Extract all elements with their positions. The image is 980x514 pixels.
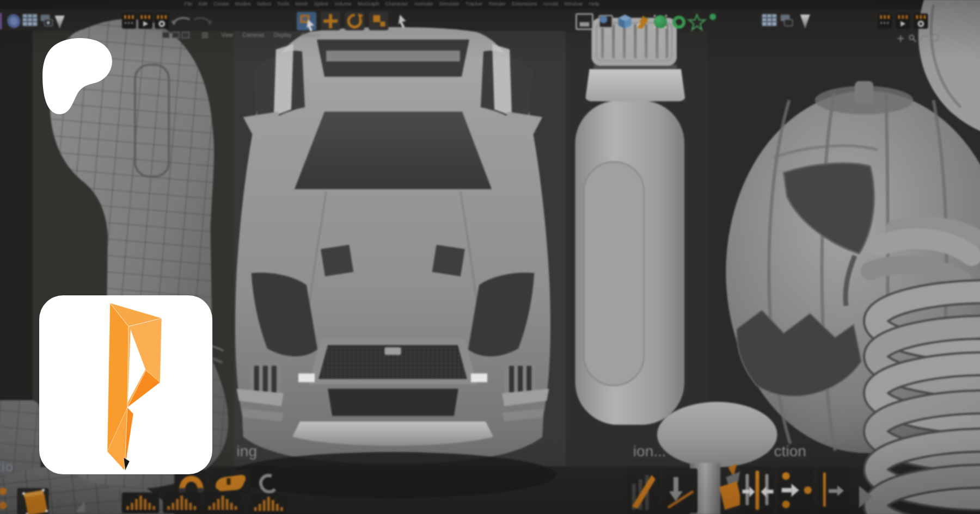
- menu-item[interactable]: Character: [385, 1, 408, 7]
- move-gap-icon[interactable]: [779, 467, 813, 514]
- caption-left-fragment: tio: [0, 459, 14, 475]
- menu-item[interactable]: Edit: [199, 1, 207, 7]
- rotate-tool-button[interactable]: [345, 12, 364, 30]
- viewport-nav-icon[interactable]: [172, 32, 179, 38]
- menu-item[interactable]: Tools: [277, 1, 289, 7]
- timeline-render-button[interactable]: [155, 14, 169, 29]
- layout-grid-icon-2[interactable]: [762, 14, 776, 26]
- align-arrows-icon[interactable]: [740, 467, 774, 514]
- menu-item[interactable]: Tracker: [465, 1, 483, 7]
- subdivision-sphere-button[interactable]: [654, 15, 667, 28]
- timeline-play-button-2[interactable]: [896, 14, 910, 29]
- menu-item[interactable]: Volume: [334, 1, 352, 7]
- viewport-menu-item[interactable]: Options: [301, 32, 320, 38]
- patreon-logo: [39, 36, 115, 116]
- selection-tool-button[interactable]: [297, 12, 316, 32]
- scale-tool-button[interactable]: [369, 12, 388, 30]
- layout-grid-icon[interactable]: [22, 14, 37, 26]
- viewport-nav-icon[interactable]: [162, 32, 169, 38]
- move-tool-button[interactable]: [321, 12, 340, 30]
- caption-car-fragment: ing: [237, 443, 257, 460]
- menu-item[interactable]: Modes: [235, 1, 251, 7]
- viewport-menu-item[interactable]: Display: [274, 32, 292, 38]
- viewport-nav-icon[interactable]: [182, 32, 189, 38]
- falloff-ramp-icon[interactable]: [122, 492, 159, 513]
- menu-item[interactable]: File: [935, 1, 944, 7]
- timeline-dots-button-2[interactable]: [878, 14, 892, 29]
- timeline-render-button-2[interactable]: [914, 14, 928, 29]
- menu-item[interactable]: Select: [256, 1, 271, 7]
- app-menu-bar: FileEditCreateModesSelectToolsMeshSpline…: [184, 1, 599, 7]
- menu-item[interactable]: File: [184, 1, 192, 7]
- caption-pumpkin-fragment: ction: [774, 443, 806, 460]
- slide-line-icon[interactable]: [818, 467, 848, 514]
- airbrush-icon[interactable]: [209, 469, 250, 493]
- polygon-bucket-icon[interactable]: [17, 488, 48, 514]
- menu-item[interactable]: Help: [589, 1, 599, 7]
- falloff-ramp-icon[interactable]: [250, 493, 287, 514]
- arrow-down-icon[interactable]: [663, 468, 697, 513]
- menu-item[interactable]: Edit: [951, 1, 960, 7]
- sports-car-model: [229, 27, 557, 498]
- falloff-ramp-icon[interactable]: [204, 492, 241, 513]
- menu-item[interactable]: Mesh: [295, 1, 308, 7]
- low-poly-p-logo: [39, 295, 212, 474]
- render-settings-button[interactable]: [599, 16, 612, 28]
- timeline-dots-button[interactable]: [122, 14, 136, 29]
- viewport-menu: ViewCamerasDisplayOptions: [222, 32, 320, 38]
- cable-strain-dome: [657, 402, 777, 467]
- knife-icon[interactable]: [627, 468, 660, 513]
- menu-item[interactable]: Extensions: [512, 1, 537, 7]
- menu-item[interactable]: Simulate: [439, 1, 460, 7]
- menu-item[interactable]: Window: [564, 1, 583, 7]
- green-dot-button[interactable]: [709, 14, 716, 20]
- menu-item[interactable]: Arnold: [543, 1, 559, 7]
- viewport-menu-item[interactable]: Cameras: [242, 32, 265, 38]
- purple-strip-icon[interactable]: [0, 13, 2, 29]
- menu-item[interactable]: Spline: [314, 1, 329, 7]
- menu-item[interactable]: Create: [213, 1, 229, 7]
- connector-grooves: [603, 26, 667, 57]
- menu-item[interactable]: MoGraph: [358, 1, 379, 7]
- menu-item[interactable]: Animate: [414, 1, 433, 7]
- render-view-button[interactable]: [576, 14, 592, 29]
- menu-item[interactable]: Create: [967, 1, 980, 7]
- palette-right: [627, 464, 872, 514]
- screenshot-canvas: FileEditCreateModesSelectToolsMeshSpline…: [0, 0, 980, 514]
- secondary-menu-bar: FileEditCreate: [935, 1, 980, 7]
- falloff-ramp-icon[interactable]: [163, 492, 200, 513]
- creator-logo-card: [39, 295, 212, 474]
- caption-connector-fragment: ion...: [633, 443, 666, 460]
- menu-item[interactable]: Render: [489, 1, 506, 7]
- timeline-play-button[interactable]: [138, 14, 152, 29]
- viewport-menu-item[interactable]: View: [222, 32, 234, 38]
